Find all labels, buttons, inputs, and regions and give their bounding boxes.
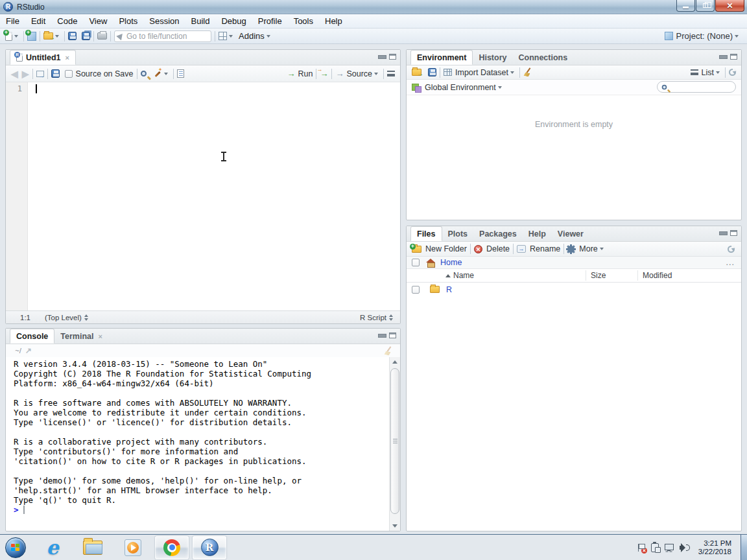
more-caret-icon[interactable]: [600, 248, 604, 250]
find-replace-icon[interactable]: [141, 71, 147, 76]
tab-history[interactable]: History: [473, 50, 512, 65]
more-button[interactable]: More: [579, 244, 597, 253]
list-view-button[interactable]: List: [702, 68, 714, 77]
import-dataset-caret-icon[interactable]: [510, 71, 514, 74]
goto-file-function-box[interactable]: [114, 30, 211, 42]
code-tools-caret-icon[interactable]: [164, 73, 168, 75]
environment-scope-selector[interactable]: Global Environment: [425, 83, 496, 92]
code-tools-icon[interactable]: [153, 69, 162, 78]
import-dataset-button[interactable]: Import Dataset: [455, 68, 508, 77]
tab-untitled1[interactable]: R Untitled1 ×: [10, 50, 76, 65]
files-pane-minimize-icon[interactable]: [719, 230, 726, 236]
menu-plots[interactable]: Plots: [113, 14, 143, 28]
workspace-panes-icon[interactable]: [219, 32, 227, 40]
delete-button[interactable]: Delete: [486, 244, 510, 253]
window-restore-button[interactable]: [696, 0, 715, 12]
new-file-caret-icon[interactable]: [14, 35, 18, 38]
menu-view[interactable]: View: [83, 14, 113, 28]
menu-debug[interactable]: Debug: [215, 14, 252, 28]
nav-forward-icon[interactable]: ▶: [22, 69, 29, 79]
goto-directory-icon[interactable]: ↗: [25, 346, 32, 355]
console-scrollbar-thumb[interactable]: [390, 368, 399, 514]
column-size[interactable]: Size: [591, 271, 606, 280]
rerun-icon[interactable]: →: [320, 69, 328, 78]
refresh-environment-icon[interactable]: [729, 69, 736, 76]
menu-profile[interactable]: Profile: [252, 14, 288, 28]
console-scrollbar[interactable]: [389, 357, 400, 531]
start-button[interactable]: [5, 537, 26, 558]
tab-console[interactable]: Console: [10, 329, 54, 344]
taskbar-internet-explorer-icon[interactable]: e: [42, 537, 64, 559]
environment-scope-caret-icon[interactable]: [498, 86, 502, 89]
run-button[interactable]: Run: [298, 69, 313, 78]
compile-report-icon[interactable]: [177, 69, 184, 78]
breadcrumb-home-link[interactable]: Home: [440, 258, 462, 267]
environment-search-box[interactable]: [657, 81, 736, 93]
breadcrumb-more-button[interactable]: ...: [726, 258, 735, 267]
source-on-save-checkbox[interactable]: [65, 70, 73, 78]
taskbar-clock[interactable]: 3:21 PM 3/22/2018: [694, 539, 731, 556]
open-file-icon[interactable]: →: [43, 32, 53, 40]
taskbar-file-explorer-icon[interactable]: [82, 537, 104, 559]
nav-back-icon[interactable]: ◀: [11, 69, 18, 79]
scope-selector[interactable]: (Top Level): [45, 314, 82, 321]
file-type-selector[interactable]: R Script: [360, 314, 386, 321]
select-all-checkbox[interactable]: [412, 259, 420, 266]
file-row-checkbox[interactable]: [412, 286, 420, 294]
source-caret-icon[interactable]: [374, 73, 378, 75]
menu-edit[interactable]: Edit: [25, 14, 51, 28]
source-pane-maximize-icon[interactable]: [389, 54, 396, 60]
window-titlebar[interactable]: R RStudio ✕: [0, 0, 747, 14]
taskbar-rstudio-button[interactable]: R: [193, 536, 226, 559]
menu-tools[interactable]: Tools: [288, 14, 319, 28]
workspace-panes-caret-icon[interactable]: [229, 35, 233, 38]
save-workspace-icon[interactable]: [428, 68, 436, 76]
list-view-caret-icon[interactable]: [716, 71, 720, 74]
tab-plots[interactable]: Plots: [442, 226, 474, 241]
remote-session-icon[interactable]: [651, 543, 659, 552]
column-name[interactable]: Name: [453, 271, 474, 280]
save-all-icon[interactable]: [82, 32, 90, 40]
file-type-spinner-icon[interactable]: [389, 314, 394, 321]
console-pane-maximize-icon[interactable]: [389, 332, 396, 338]
scroll-up-icon[interactable]: [390, 357, 400, 367]
file-name-link[interactable]: R: [446, 285, 452, 294]
clear-environment-icon[interactable]: [523, 67, 533, 77]
source-button[interactable]: Source: [346, 69, 372, 78]
refresh-files-icon[interactable]: [728, 246, 735, 253]
tab-environment[interactable]: Environment: [410, 50, 473, 65]
project-menu[interactable]: Project: (None): [665, 31, 741, 41]
code-editor[interactable]: 1: [6, 82, 400, 310]
new-folder-button[interactable]: New Folder: [425, 244, 467, 253]
rename-button[interactable]: Rename: [530, 244, 560, 253]
tab-untitled1-close-icon[interactable]: ×: [65, 54, 69, 62]
environment-pane-minimize-icon[interactable]: [719, 54, 726, 60]
show-in-new-window-icon[interactable]: [36, 71, 44, 77]
menu-code[interactable]: Code: [51, 14, 83, 28]
source-save-icon[interactable]: [51, 69, 60, 78]
tab-connections[interactable]: Connections: [512, 50, 573, 65]
taskbar-chrome-button[interactable]: [155, 536, 189, 559]
print-icon[interactable]: [97, 32, 107, 40]
scroll-down-icon[interactable]: [390, 521, 400, 531]
sort-ascending-icon[interactable]: [445, 274, 451, 277]
tab-viewer[interactable]: Viewer: [552, 226, 589, 241]
window-minimize-button[interactable]: [676, 0, 695, 12]
tab-packages[interactable]: Packages: [473, 226, 523, 241]
taskbar-media-player-icon[interactable]: [122, 537, 144, 559]
menu-help[interactable]: Help: [319, 14, 348, 28]
network-icon[interactable]: [665, 544, 674, 552]
environment-search-input[interactable]: [667, 83, 726, 91]
console-output[interactable]: R version 3.4.4 (2018-03-15) -- "Someone…: [6, 357, 389, 531]
document-outline-icon[interactable]: [387, 71, 395, 76]
volume-icon[interactable]: [680, 543, 689, 552]
goto-file-function-input[interactable]: [126, 32, 227, 41]
action-center-icon[interactable]: ✕: [637, 543, 645, 553]
new-project-icon[interactable]: +: [27, 32, 36, 41]
menu-session[interactable]: Session: [143, 14, 185, 28]
addins-caret-icon[interactable]: [267, 35, 270, 38]
scope-spinner-icon[interactable]: [84, 314, 89, 321]
environment-pane-maximize-icon[interactable]: [730, 54, 737, 60]
tab-help[interactable]: Help: [523, 226, 552, 241]
source-pane-minimize-icon[interactable]: [378, 54, 385, 60]
